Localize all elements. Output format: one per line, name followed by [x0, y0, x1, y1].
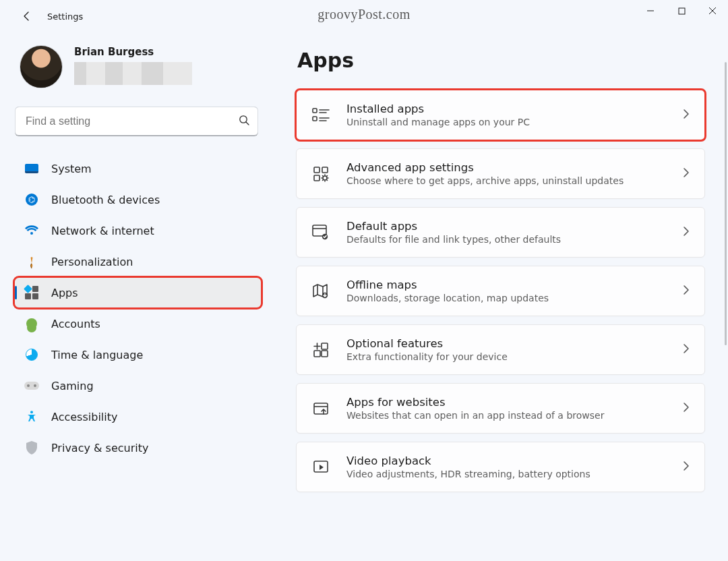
system-icon	[24, 161, 39, 176]
card-title: Advanced app settings	[346, 161, 667, 174]
chevron-right-icon	[683, 226, 690, 239]
sidebar-item-privacy[interactable]: Privacy & security	[15, 433, 261, 463]
close-button[interactable]	[697, 0, 728, 22]
svg-rect-3	[313, 109, 317, 113]
video-playback-icon	[311, 458, 330, 477]
window-controls	[635, 0, 728, 22]
maximize-button[interactable]	[666, 0, 697, 22]
bluetooth-icon: ⌬	[24, 192, 39, 207]
card-subtitle: Defaults for file and link types, other …	[346, 234, 667, 245]
card-default-apps[interactable]: Default apps Defaults for file and link …	[296, 207, 705, 258]
optional-features-icon	[311, 341, 330, 359]
profile-email-redacted	[74, 62, 192, 85]
sidebar-item-label: Network & internet	[51, 225, 154, 237]
wifi-icon	[24, 223, 39, 238]
card-title: Offline maps	[346, 278, 667, 291]
card-subtitle: Websites that can open in an app instead…	[346, 410, 667, 421]
sidebar-item-time[interactable]: Time & language	[15, 340, 261, 370]
offline-maps-icon	[311, 282, 330, 301]
chevron-right-icon	[683, 285, 690, 298]
page-title: Apps	[297, 49, 705, 72]
svg-rect-13	[314, 351, 320, 357]
sidebar-item-apps[interactable]: Apps	[15, 278, 261, 307]
card-installed-apps[interactable]: Installed apps Uninstall and manage apps…	[296, 90, 705, 140]
sidebar-item-label: Time & language	[51, 349, 143, 361]
sidebar-item-label: Gaming	[51, 380, 94, 392]
apps-for-websites-icon	[311, 399, 330, 418]
sidebar-item-label: Bluetooth & devices	[51, 194, 160, 206]
card-subtitle: Extra functionality for your device	[346, 351, 667, 362]
sidebar-item-personalization[interactable]: Personalization	[15, 247, 261, 276]
svg-point-8	[323, 176, 327, 180]
sidebar-item-label: Accessibility	[51, 411, 117, 423]
window-title: Settings	[47, 11, 83, 22]
card-title: Default apps	[346, 220, 667, 233]
sidebar-item-system[interactable]: System	[15, 154, 261, 183]
svg-rect-15	[314, 403, 328, 414]
search	[15, 107, 258, 136]
chevron-right-icon	[683, 402, 690, 415]
accounts-icon	[24, 316, 39, 331]
minimize-button[interactable]	[635, 0, 666, 22]
time-language-icon	[24, 347, 39, 362]
card-optional-features[interactable]: Optional features Extra functionality fo…	[296, 324, 705, 375]
svg-rect-7	[314, 175, 320, 181]
default-apps-icon	[311, 223, 330, 242]
svg-rect-12	[322, 343, 328, 349]
chevron-right-icon	[683, 343, 690, 357]
profile[interactable]: Brian Burgess	[15, 42, 261, 102]
apps-icon	[24, 285, 39, 300]
chevron-right-icon	[683, 167, 690, 181]
svg-rect-4	[313, 117, 317, 121]
sidebar-item-label: Personalization	[51, 256, 133, 268]
paintbrush-icon	[21, 251, 42, 272]
back-button[interactable]	[13, 3, 40, 30]
sidebar-item-label: System	[51, 163, 92, 175]
advanced-app-settings-icon	[311, 165, 330, 183]
card-subtitle: Video adjustments, HDR streaming, batter…	[346, 469, 667, 479]
sidebar-item-gaming[interactable]: Gaming	[15, 371, 261, 401]
search-input[interactable]	[15, 107, 258, 136]
svg-point-1	[240, 116, 247, 123]
card-title: Apps for websites	[346, 396, 667, 409]
sidebar-item-accessibility[interactable]: Accessibility	[15, 402, 261, 432]
scrollbar[interactable]	[725, 62, 727, 345]
card-subtitle: Uninstall and manage apps on your PC	[346, 117, 667, 127]
card-apps-for-websites[interactable]: Apps for websites Websites that can open…	[296, 383, 705, 434]
installed-apps-icon	[311, 106, 330, 125]
svg-point-2	[30, 411, 33, 413]
svg-rect-14	[322, 351, 328, 357]
card-subtitle: Downloads, storage location, map updates	[346, 293, 667, 303]
main-panel: Apps Installed apps Uninstall and manage…	[273, 32, 728, 561]
gaming-icon	[24, 378, 39, 393]
svg-rect-6	[322, 167, 328, 173]
sidebar-item-label: Apps	[51, 287, 78, 299]
svg-rect-5	[314, 167, 320, 173]
sidebar-item-bluetooth[interactable]: ⌬ Bluetooth & devices	[15, 185, 261, 214]
search-icon	[238, 114, 250, 129]
sidebar-item-label: Accounts	[51, 318, 100, 330]
sidebar-item-network[interactable]: Network & internet	[15, 216, 261, 245]
sidebar-nav: System ⌬ Bluetooth & devices Network & i…	[15, 154, 261, 463]
profile-name: Brian Burgess	[74, 46, 192, 58]
svg-rect-0	[679, 8, 685, 14]
card-title: Video playback	[346, 454, 667, 467]
shield-icon	[24, 440, 39, 455]
watermark: groovyPost.com	[317, 7, 411, 22]
card-offline-maps[interactable]: Offline maps Downloads, storage location…	[296, 266, 705, 316]
avatar	[20, 46, 62, 88]
sidebar-item-accounts[interactable]: Accounts	[15, 309, 261, 338]
chevron-right-icon	[683, 109, 690, 122]
card-title: Installed apps	[346, 102, 667, 115]
accessibility-icon	[24, 409, 39, 424]
card-subtitle: Choose where to get apps, archive apps, …	[346, 175, 667, 186]
card-advanced-app-settings[interactable]: Advanced app settings Choose where to ge…	[296, 148, 705, 199]
card-title: Optional features	[346, 337, 667, 350]
chevron-right-icon	[683, 461, 690, 474]
sidebar: Brian Burgess System ⌬ Bluetooth & devic…	[0, 32, 273, 561]
settings-cards: Installed apps Uninstall and manage apps…	[296, 90, 705, 506]
sidebar-item-label: Privacy & security	[51, 442, 148, 454]
card-video-playback[interactable]: Video playback Video adjustments, HDR st…	[296, 442, 705, 492]
